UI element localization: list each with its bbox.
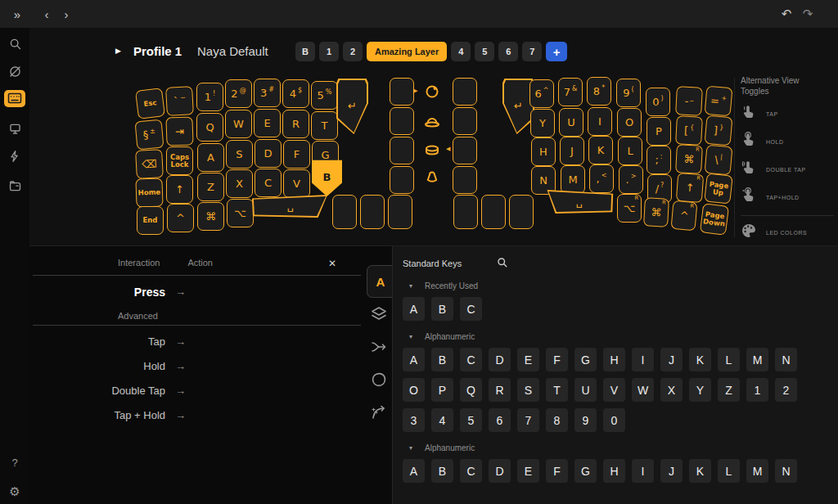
keyboard-icon[interactable] [0, 87, 29, 110]
key--[interactable]: -_ [675, 86, 703, 116]
key-⌘[interactable]: ⌘R [643, 197, 669, 227]
key-chip-T[interactable]: T [546, 378, 568, 402]
key-T[interactable]: T [311, 111, 338, 140]
toggle-tap-hold[interactable]: TAP+HOLD [741, 187, 834, 207]
key-chip-K[interactable]: K [689, 348, 711, 371]
key-8[interactable]: 8* [587, 77, 611, 106]
key-chip-F[interactable]: F [546, 348, 568, 371]
key-blank[interactable] [390, 166, 414, 194]
interaction-row-hold[interactable]: Hold→ [29, 358, 364, 375]
undo-icon[interactable]: ↶ [777, 0, 795, 28]
key-B-selected[interactable]: B [312, 159, 342, 196]
layer-chip-5[interactable]: 5 [475, 42, 494, 61]
key-chip-H[interactable]: H [603, 459, 625, 483]
section-header-alphanumeric[interactable]: ▾Alphanumeric [403, 443, 838, 452]
key-blank[interactable] [481, 195, 506, 229]
key-chip-V[interactable]: V [603, 378, 625, 402]
interaction-row-double-tap[interactable]: Double Tap→ [29, 382, 364, 399]
key-4[interactable]: 4$ [282, 79, 309, 108]
key-chip-4[interactable]: 4 [431, 408, 453, 432]
key-X[interactable]: X [226, 169, 253, 198]
layer-chip-7[interactable]: 7 [522, 42, 542, 61]
key-R[interactable]: R [282, 110, 309, 138]
device-off-icon[interactable] [0, 60, 29, 83]
key-blank[interactable] [453, 107, 477, 135]
layer-chip-2[interactable]: 2 [343, 42, 363, 61]
key-chip-6[interactable]: 6 [489, 408, 511, 432]
key-End[interactable]: End [137, 206, 164, 235]
key-page-up[interactable]: Page Up [704, 173, 732, 204]
key-chip-M[interactable]: M [746, 348, 768, 371]
key-=[interactable]: =+ [705, 86, 733, 117]
key-D[interactable]: D [255, 139, 282, 168]
key-chip-S[interactable]: S [517, 378, 539, 402]
key-chip-C[interactable]: C [460, 297, 482, 321]
key-chip-G[interactable]: G [574, 459, 597, 483]
key-chip-E[interactable]: E [517, 459, 539, 483]
key-chip-8[interactable]: 8 [546, 408, 568, 432]
layer-chip-4[interactable]: 4 [451, 42, 471, 61]
key-chip-L[interactable]: L [718, 459, 740, 483]
key-chip-W[interactable]: W [632, 378, 654, 402]
key-chip-N[interactable]: N [775, 348, 797, 371]
flash-icon[interactable] [0, 145, 29, 168]
files-icon[interactable] [0, 174, 29, 197]
key-space-left[interactable]: ␣ [251, 195, 330, 218]
key-chip-X[interactable]: X [660, 378, 683, 402]
shape-tab-icon[interactable] [370, 371, 388, 389]
key-chip-0[interactable]: 0 [603, 408, 625, 432]
toggle-double-tap[interactable]: DOUBLE TAP [741, 160, 834, 179]
layer-chip-6[interactable]: 6 [498, 42, 518, 61]
key-blank[interactable] [390, 78, 414, 106]
key-chip-1[interactable]: 1 [746, 378, 768, 402]
key-[[interactable]: [{ [675, 115, 703, 146]
key-chip-L[interactable]: L [718, 348, 740, 371]
key-blank[interactable] [332, 195, 357, 229]
key-chip-D[interactable]: D [489, 459, 511, 483]
add-layer-button[interactable]: + [546, 42, 567, 61]
toggle-hold[interactable]: HOLD [741, 132, 834, 151]
profile-disclosure-icon[interactable]: ▶ [115, 47, 121, 55]
redo-icon[interactable]: ↷ [799, 0, 817, 28]
key-3[interactable]: 3# [254, 79, 281, 107]
key-S[interactable]: S [226, 140, 253, 169]
key-blank[interactable] [453, 166, 477, 194]
key-M[interactable]: M [561, 165, 585, 194]
layer-chip-1[interactable]: 1 [319, 42, 339, 61]
key-0[interactable]: 0) [646, 88, 670, 116]
key-chip-F[interactable]: F [546, 459, 568, 483]
key-H[interactable]: H [531, 137, 556, 166]
key-O[interactable]: O [617, 108, 642, 137]
key-1[interactable]: 1! [196, 83, 223, 111]
key-chip-7[interactable]: 7 [517, 408, 539, 432]
key-chip-2[interactable]: 2 [775, 378, 797, 402]
key-chip-Z[interactable]: Z [718, 378, 740, 402]
key-↑[interactable]: ↑ [166, 175, 193, 204]
trackball-module-icon[interactable] [423, 83, 441, 101]
key-U[interactable]: U [559, 108, 583, 137]
key-blank[interactable] [453, 137, 477, 164]
display-icon[interactable] [0, 117, 29, 140]
key-5[interactable]: 5% [311, 81, 338, 110]
key-`[interactable]: `~ [165, 86, 194, 116]
key-Z[interactable]: Z [197, 173, 224, 201]
key-V[interactable]: V [283, 169, 310, 198]
key-chip-M[interactable]: M [746, 459, 768, 483]
key-;[interactable]: ;: [647, 146, 671, 174]
key-E[interactable]: E [254, 109, 281, 137]
key-,[interactable]: ,< [589, 164, 614, 193]
key-J[interactable]: J [560, 137, 584, 165]
key-chip-O[interactable]: O [403, 378, 425, 402]
dial-module-icon[interactable] [423, 142, 441, 160]
key-I[interactable]: I [588, 107, 612, 136]
help-icon[interactable]: ? [0, 451, 29, 474]
key-blank[interactable] [390, 137, 414, 164]
key-chip-K[interactable]: K [689, 459, 711, 483]
key-C[interactable]: C [255, 169, 282, 197]
key-§[interactable]: §± [135, 119, 164, 151]
key-blank[interactable] [509, 195, 534, 229]
press-row[interactable]: Press → [29, 283, 364, 300]
gesture-tab-icon[interactable] [370, 403, 388, 421]
cone-module-icon[interactable] [423, 169, 441, 187]
key-F[interactable]: F [283, 140, 310, 169]
